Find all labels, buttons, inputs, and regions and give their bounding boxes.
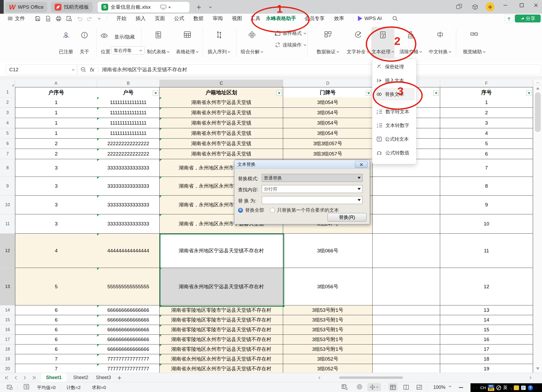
app-box-icon[interactable] xyxy=(470,2,480,12)
cell-A3[interactable]: 1 xyxy=(15,108,97,118)
ribbon-button-4[interactable] xyxy=(240,27,264,58)
add-sheet-button[interactable] xyxy=(116,375,122,381)
row-header-20[interactable]: 20 xyxy=(0,364,15,373)
cell-C16[interactable]: 湖南省零陵地区零陵市宁远县天堂镇不存在村 xyxy=(160,325,283,335)
cell-C7[interactable]: 湖南省永州市宁远县天堂镇 xyxy=(160,149,283,159)
menu-item-5[interactable]: 数据 xyxy=(193,14,203,23)
ribbon-button-10[interactable] xyxy=(399,27,422,58)
row-header-16[interactable]: 16 xyxy=(0,325,15,335)
row-header-15[interactable]: 15 xyxy=(0,315,15,325)
ribbon-button-7[interactable] xyxy=(316,27,340,58)
column-header-A[interactable]: A xyxy=(15,80,97,87)
menu-item-保密处理[interactable]: 保密处理 xyxy=(374,60,415,73)
ime-help-icon[interactable]: ? xyxy=(528,385,533,390)
quick-toolbar-dropdown[interactable] xyxy=(98,14,101,23)
filter-button-C[interactable] xyxy=(276,91,282,96)
cell-F20[interactable]: 19 xyxy=(440,364,533,373)
cell-D6[interactable]: 3组3组057号 xyxy=(283,139,373,149)
cell-F16[interactable]: 15 xyxy=(440,325,533,335)
cell-E10[interactable] xyxy=(373,196,440,214)
cell-B14[interactable]: 666666666666666 xyxy=(97,305,160,315)
last-sheet-icon[interactable] xyxy=(31,375,37,381)
cell-D5[interactable]: 3组054号 xyxy=(283,128,373,139)
cell-A10[interactable]: 3 xyxy=(15,196,97,214)
tab-wps-office[interactable]: W WPS Office xyxy=(5,2,47,12)
sheet-tab-Sheet3[interactable]: Sheet3 xyxy=(93,373,114,382)
cell-B16[interactable]: 666666666666666 xyxy=(97,325,160,335)
replace-mode-select[interactable]: 普通替换 xyxy=(262,174,363,182)
redo-button[interactable] xyxy=(87,14,92,23)
language-indicator[interactable]: CH xyxy=(480,385,486,390)
cell-E19[interactable] xyxy=(373,354,440,364)
cell-B11[interactable]: 333333333333333 xyxy=(97,214,160,234)
cell-F12[interactable]: 11 xyxy=(440,234,533,268)
cell-B17[interactable]: 666666666666666 xyxy=(97,335,160,344)
cell-D4[interactable]: 3组054号 xyxy=(283,118,373,128)
cell-F3[interactable]: 2 xyxy=(440,108,533,118)
menu-item-8[interactable]: 工具 xyxy=(250,14,260,23)
cell-C12[interactable]: 湖南省永州地区宁远县天堂镇不存在村 xyxy=(160,234,283,268)
print-button[interactable] xyxy=(56,14,61,23)
page-layout-view-button[interactable] xyxy=(402,383,411,391)
dropdown-arrow-icon[interactable] xyxy=(356,186,362,192)
cell-C3[interactable]: 湖南省永州市宁远县天堂镇 xyxy=(160,108,283,118)
row-header-19[interactable]: 19 xyxy=(0,354,15,364)
window-layout-icon[interactable] xyxy=(454,2,464,12)
formula-input-zone[interactable]: fx 湖南省永州地区宁远县天堂镇不存在村 xyxy=(77,64,541,75)
row-header-2[interactable]: 2 xyxy=(0,97,15,108)
cell-D13[interactable]: 3组056号 xyxy=(283,268,373,305)
menu-item-10[interactable]: 会员专享 xyxy=(305,14,325,23)
cell-C19[interactable]: 湖南省永州地区永州市宁远县天堂镇不存在村 xyxy=(160,354,283,364)
menu-item-7[interactable]: 视图 xyxy=(232,14,242,23)
menu-item-替换文本[interactable]: 替换文本 xyxy=(374,88,415,101)
next-sheet-icon[interactable] xyxy=(22,375,28,381)
replace-with-input[interactable] xyxy=(262,196,363,204)
column-header-F[interactable]: F xyxy=(440,80,533,87)
cell-E11[interactable] xyxy=(373,214,440,234)
cell-E12[interactable] xyxy=(373,234,440,268)
header-cell-B1[interactable]: 户号 xyxy=(97,87,160,98)
scroll-up-icon[interactable] xyxy=(536,87,539,89)
cell-B18[interactable]: 666666666666666 xyxy=(97,344,160,354)
scroll-down-icon[interactable] xyxy=(536,367,539,370)
cell-F19[interactable]: 18 xyxy=(440,354,533,364)
output-pdf-button[interactable] xyxy=(45,14,51,23)
maximize-button[interactable] xyxy=(516,0,528,11)
cell-B10[interactable]: 333333333333333 xyxy=(97,196,160,214)
zoom-level[interactable]: 100% xyxy=(433,385,445,390)
user-avatar[interactable]: ᠅ xyxy=(486,2,495,11)
cell-F18[interactable]: 17 xyxy=(440,344,533,354)
menu-item-4[interactable]: 公式 xyxy=(174,14,184,23)
row-header-9[interactable]: 9 xyxy=(0,177,15,196)
page-break-view-button[interactable] xyxy=(415,383,424,391)
cell-F11[interactable]: 10 xyxy=(440,214,533,234)
menu-item-6[interactable]: 审阅 xyxy=(213,14,223,23)
cell-C5[interactable]: 湖南省永州市宁远县天堂镇 xyxy=(160,128,283,139)
cell-D2[interactable]: 3组054号 xyxy=(283,97,373,108)
cell-B2[interactable]: 111111111111111 xyxy=(97,97,160,108)
undo-button[interactable] xyxy=(77,14,83,23)
cell-A16[interactable]: 6 xyxy=(15,325,97,335)
cell-C18[interactable]: 湖南省零陵地区永州市宁远县天堂镇不存在村 xyxy=(160,344,283,354)
ime-punct-icon[interactable]: ·, xyxy=(510,385,512,390)
vscroll-thumb[interactable] xyxy=(535,92,541,132)
cell-B9[interactable]: 333333333333333 xyxy=(97,177,160,196)
first-sheet-icon[interactable] xyxy=(4,375,10,381)
cell-D15[interactable]: 3组53号附1号 xyxy=(283,315,373,325)
cell-A8[interactable]: 3 xyxy=(15,159,97,177)
ribbon-button-6[interactable]: 连续操作 xyxy=(274,40,306,50)
cell-F8[interactable]: 7 xyxy=(440,159,533,177)
cell-F7[interactable]: 6 xyxy=(440,149,533,159)
cell-A15[interactable]: 6 xyxy=(15,315,97,325)
cell-B4[interactable]: 111111111111111 xyxy=(97,118,160,128)
outline-icon[interactable] xyxy=(24,384,29,389)
ribbon-button-2[interactable] xyxy=(176,27,199,58)
ime-disabled-icon[interactable] xyxy=(496,385,501,390)
header-cell-F1[interactable]: 序号 xyxy=(440,87,533,98)
cell-A20[interactable]: 7 xyxy=(15,364,97,373)
sheet-tab-Sheet2[interactable]: Sheet2 xyxy=(70,373,91,382)
minimize-button[interactable] xyxy=(499,0,511,11)
row-header-3[interactable]: 3 xyxy=(0,108,15,118)
ribbon-button-5[interactable]: 条件格式 xyxy=(274,28,306,39)
ime-handwriting-icon[interactable] xyxy=(514,385,519,390)
